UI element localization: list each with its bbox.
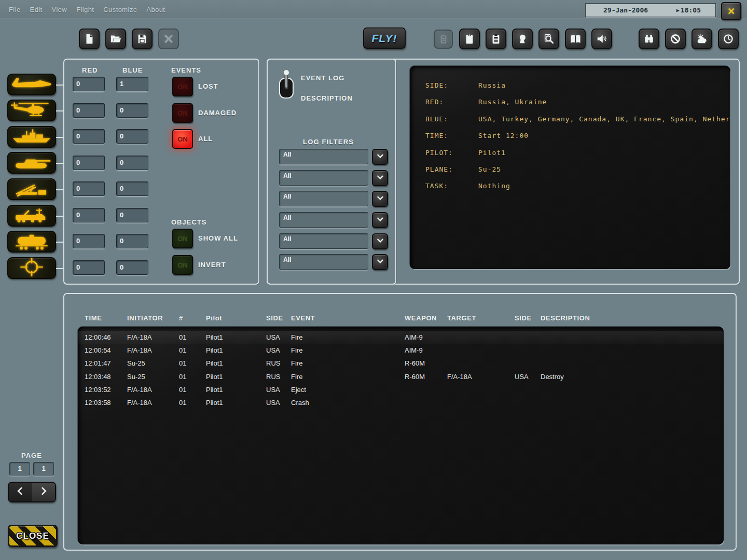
sidebar-item-ship[interactable] — [7, 126, 56, 148]
sam-launcher-icon — [8, 178, 55, 200]
col-number: # — [179, 314, 206, 322]
info-label: RED: — [425, 98, 444, 106]
cell: 01 — [179, 359, 206, 367]
binoculars-button[interactable] — [639, 29, 659, 49]
sidebar-item-crosshair[interactable] — [7, 257, 56, 279]
sidebar-item-tank[interactable] — [7, 152, 56, 174]
cell: Pilot1 — [206, 359, 266, 367]
window-close-button[interactable]: ✕ — [721, 2, 741, 20]
toggle-lost-lamp: ON — [177, 83, 188, 91]
cell: F/A-18A — [127, 333, 179, 341]
menu-edit[interactable]: Edit — [25, 6, 47, 13]
log-filter-0-dropdown-button[interactable] — [372, 149, 388, 165]
table-row[interactable]: 12:03:52F/A-18A01Pilot1USAEject — [78, 383, 724, 396]
menu-about[interactable]: About — [142, 6, 170, 13]
pilot-head-icon — [517, 33, 528, 45]
cell: 12:03:48 — [85, 373, 127, 381]
info-label: BLUE: — [425, 115, 448, 123]
log-filter-4-dropdown-button[interactable] — [372, 233, 388, 249]
toggle-damaged[interactable]: ON — [172, 103, 193, 123]
log-filter-4[interactable]: All — [279, 233, 368, 249]
mode-option-event-log[interactable]: EVENT LOG — [301, 74, 344, 82]
menu-flight[interactable]: Flight — [72, 6, 99, 13]
inspect-button[interactable] — [538, 29, 559, 49]
restrict-button[interactable] — [665, 29, 686, 49]
menu-view[interactable]: View — [47, 6, 72, 13]
sidebar-item-airplane[interactable] — [7, 74, 56, 95]
briefing-button[interactable] — [459, 29, 480, 49]
table-row[interactable]: 12:00:54F/A-18A01Pilot1USAFireAIM-9 — [78, 344, 724, 357]
col-target: TARGET — [447, 314, 515, 322]
log-filter-5-dropdown-button[interactable] — [372, 254, 388, 270]
toggle-show-all[interactable]: ON — [172, 229, 193, 248]
page-total: 1 — [33, 462, 54, 475]
mode-option-description[interactable]: DESCRIPTION — [301, 94, 353, 102]
blue-count-7: 0 — [116, 260, 148, 275]
toggle-lost[interactable]: ON — [172, 77, 193, 96]
cell: USA — [515, 373, 541, 381]
chevron-down-icon — [376, 236, 384, 247]
info-value: Nothing — [478, 182, 510, 190]
info-value: Su-25 — [478, 165, 501, 173]
open-file-button[interactable] — [105, 29, 126, 49]
book-icon — [570, 33, 582, 45]
col-time: TIME — [85, 314, 127, 322]
weather-button[interactable] — [691, 29, 712, 49]
info-value: Pilot1 — [478, 149, 506, 157]
col-initiator: INITIATOR — [127, 314, 179, 322]
radar-vehicle-icon — [8, 205, 55, 227]
record-icon — [439, 35, 448, 44]
cell: 01 — [179, 386, 206, 394]
sidebar-item-helicopter[interactable] — [7, 100, 56, 121]
no-entry-icon — [670, 33, 681, 45]
toolbar-file-group — [79, 29, 179, 49]
cell: Su-25 — [127, 359, 179, 367]
log-filter-2-dropdown-button[interactable] — [372, 191, 388, 207]
pilot-log-button[interactable] — [512, 29, 533, 49]
log-filter-3-dropdown-button[interactable] — [372, 212, 388, 228]
table-row[interactable]: 12:01:47Su-2501Pilot1RUSFireR-60M — [78, 357, 724, 370]
page-next-button[interactable] — [32, 483, 56, 501]
tank-icon — [8, 152, 55, 174]
sidebar-item-radar-vehicle[interactable] — [7, 205, 56, 227]
cell: 01 — [179, 399, 206, 407]
clock-button[interactable] — [718, 29, 739, 49]
log-filter-3[interactable]: All — [279, 212, 368, 228]
menu-customize[interactable]: Customize — [99, 6, 142, 13]
menu-file[interactable]: File — [4, 6, 25, 13]
time-value: 18:05 — [681, 6, 701, 14]
save-icon — [136, 33, 148, 45]
blue-column-header: BLUE — [122, 66, 143, 74]
new-file-button[interactable] — [79, 29, 100, 49]
debriefing-button[interactable] — [486, 29, 506, 49]
table-row[interactable]: 12:00:46F/A-18A01Pilot1USAFireAIM-9 — [78, 331, 724, 344]
log-filter-0[interactable]: All — [279, 149, 368, 164]
table-row[interactable]: 12:03:48Su-2501Pilot1RUSFireR-60MF/A-18A… — [78, 370, 724, 383]
log-filter-1[interactable]: All — [279, 170, 368, 186]
mission-info-screen: SIDE: Russia RED: Russia, Ukraine BLUE: … — [410, 66, 730, 269]
close-button[interactable]: CLOSE — [8, 525, 58, 547]
cell: USA — [266, 386, 291, 394]
save-file-button[interactable] — [132, 29, 153, 49]
info-value: Russia, Ukraine — [478, 98, 547, 106]
toolbar-info-group — [459, 29, 612, 49]
close-button-label: CLOSE — [16, 531, 49, 541]
toggle-all[interactable]: ON — [172, 129, 193, 149]
log-filter-5[interactable]: All — [279, 254, 368, 270]
clipboard-icon — [464, 33, 475, 45]
event-table-header: TIME INITIATOR # Pilot SIDE EVENT WEAPON… — [78, 311, 724, 325]
toggle-invert[interactable]: ON — [172, 255, 193, 275]
sound-button[interactable] — [591, 29, 612, 49]
log-mode-switch[interactable] — [277, 68, 296, 102]
cell: RUS — [266, 373, 291, 381]
encyclopedia-button[interactable] — [565, 29, 586, 49]
chevron-down-icon — [376, 257, 384, 268]
toolbar-view-group — [639, 29, 739, 49]
sidebar-item-sam-launcher[interactable] — [7, 178, 56, 200]
table-row[interactable]: 12:03:58F/A-18A01Pilot1USACrash — [78, 396, 724, 409]
log-filter-1-dropdown-button[interactable] — [372, 170, 388, 186]
page-prev-button[interactable] — [9, 483, 32, 501]
log-filter-2[interactable]: All — [279, 191, 368, 206]
fly-button[interactable]: FLY! — [363, 27, 406, 49]
sidebar-item-rail-tanker[interactable] — [7, 231, 56, 253]
